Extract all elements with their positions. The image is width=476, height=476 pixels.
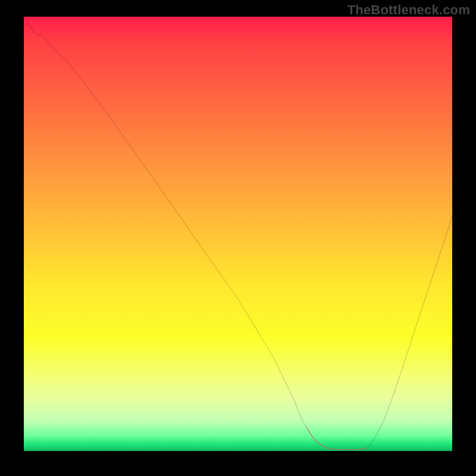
bottleneck-curve xyxy=(24,17,452,450)
watermark-label: TheBottleneck.com xyxy=(347,2,470,18)
highlight-curve xyxy=(306,427,367,450)
curve-svg xyxy=(24,17,452,451)
plot-area xyxy=(24,17,452,451)
chart-frame: TheBottleneck.com xyxy=(0,0,476,476)
